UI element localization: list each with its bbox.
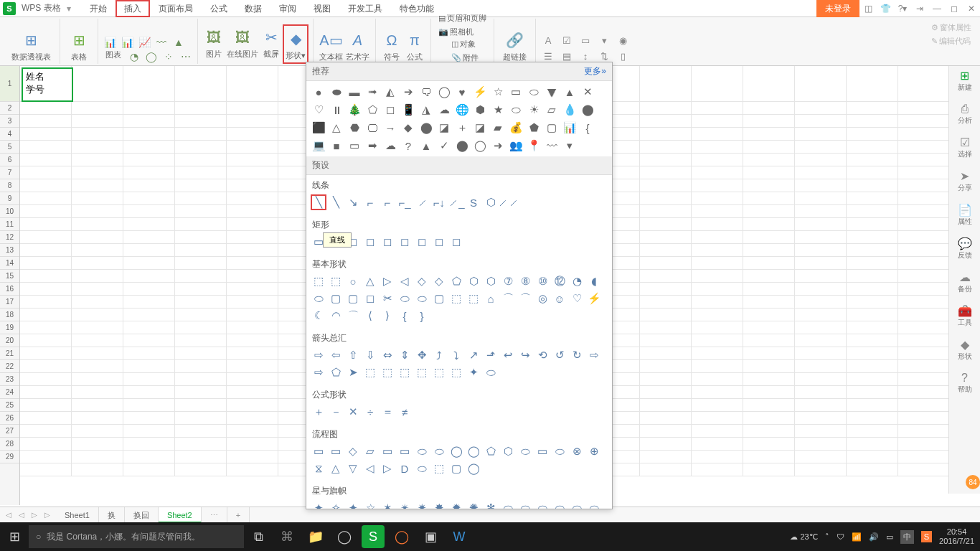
- shape-item[interactable]: ☁: [382, 138, 398, 154]
- shape-item[interactable]: ☆: [490, 84, 506, 100]
- shape-item[interactable]: ▰: [490, 120, 506, 136]
- shape-item[interactable]: ✺: [466, 500, 481, 509]
- shape-item[interactable]: ♡: [311, 102, 326, 118]
- shape-item[interactable]: ⊕: [586, 443, 602, 459]
- shape-item[interactable]: ◯: [466, 461, 481, 476]
- shape-item[interactable]: ↺: [552, 347, 567, 363]
- shape-item[interactable]: ◮: [418, 102, 434, 118]
- shape-item[interactable]: ⇨: [311, 364, 326, 380]
- shape-item[interactable]: ⬠: [483, 443, 499, 459]
- help-icon[interactable]: ?▾: [894, 0, 911, 17]
- selected-cell-a1[interactable]: 姓名 学号: [22, 67, 73, 102]
- chart-stock-icon[interactable]: 📈: [137, 35, 151, 50]
- shape-item[interactable]: ⬭: [552, 443, 567, 459]
- shape-item[interactable]: ⬚: [448, 364, 464, 380]
- mini-radio-icon[interactable]: ◉: [615, 32, 631, 48]
- shape-item[interactable]: ⬭: [517, 500, 533, 509]
- shape-item[interactable]: ⑩: [534, 273, 550, 289]
- shape-item[interactable]: ⌐: [362, 194, 378, 210]
- row-header[interactable]: 14: [0, 257, 19, 270]
- shape-item[interactable]: ◻: [448, 234, 464, 250]
- shape-item[interactable]: ⬚: [328, 273, 344, 289]
- equation-button[interactable]: π公式: [403, 27, 426, 64]
- sheet-more-button[interactable]: ⋯: [202, 507, 227, 523]
- close-icon[interactable]: ✕: [963, 0, 980, 17]
- shape-item[interactable]: ▢: [448, 461, 464, 476]
- camera-button[interactable]: 📷照相机: [435, 26, 489, 38]
- shapes-button[interactable]: ◆形状▾: [283, 24, 308, 64]
- shape-item[interactable]: ⬚: [397, 364, 413, 380]
- shape-item[interactable]: ⚡: [472, 84, 488, 100]
- task-explorer-icon[interactable]: 📁: [301, 522, 330, 551]
- shape-item[interactable]: ⧖: [311, 461, 326, 476]
- sidebar-item[interactable]: 💬反馈: [958, 237, 972, 260]
- header-footer-button[interactable]: ▤页眉和页脚: [435, 12, 489, 24]
- tab-special[interactable]: 特色功能: [391, 0, 443, 17]
- row-header[interactable]: 10: [0, 205, 19, 218]
- tray-volume-icon[interactable]: 🔊: [869, 532, 879, 542]
- shape-item[interactable]: ▢: [345, 291, 361, 306]
- shape-item[interactable]: ⇦: [328, 347, 344, 363]
- object-button[interactable]: ◫对象: [448, 38, 481, 50]
- shape-item[interactable]: ⟋: [414, 194, 430, 210]
- shape-item[interactable]: ✻: [483, 500, 499, 509]
- mini-check-icon[interactable]: ☑: [559, 32, 575, 48]
- shape-item[interactable]: ⑫: [552, 273, 567, 289]
- shape-item[interactable]: ⬚: [380, 364, 395, 380]
- shape-item[interactable]: ◻: [431, 234, 447, 250]
- row-header[interactable]: 26: [0, 412, 19, 425]
- shape-item[interactable]: ☾: [311, 308, 326, 324]
- shape-item[interactable]: ⟋⟋: [500, 194, 516, 210]
- shape-item[interactable]: ↩: [500, 347, 516, 363]
- shape-item[interactable]: ⬭: [508, 102, 524, 118]
- pin-icon[interactable]: ⇥: [911, 0, 928, 17]
- shape-item[interactable]: ⇕: [397, 347, 413, 363]
- shape-item[interactable]: 💰: [508, 120, 524, 136]
- skin-icon[interactable]: ◫: [859, 0, 877, 17]
- sheet-tab-huan[interactable]: 换: [99, 507, 125, 523]
- shape-item[interactable]: ⬭: [414, 443, 430, 459]
- shape-item[interactable]: ⬚: [466, 291, 481, 306]
- shape-item[interactable]: ⬏: [483, 347, 499, 363]
- shape-item[interactable]: ╲: [311, 194, 326, 210]
- tab-home[interactable]: 开始: [81, 0, 116, 17]
- shape-item[interactable]: ◻: [362, 234, 378, 250]
- shape-item[interactable]: ⬡: [483, 194, 499, 210]
- shape-item[interactable]: ?: [400, 138, 416, 154]
- shape-item[interactable]: ✧: [328, 500, 344, 509]
- row-header[interactable]: 9: [0, 192, 19, 205]
- shape-item[interactable]: ⬡: [500, 443, 516, 459]
- shape-item[interactable]: ≠: [397, 404, 413, 420]
- maximize-icon[interactable]: ◻: [946, 0, 963, 17]
- shape-item[interactable]: ☀: [526, 102, 542, 118]
- shape-item[interactable]: ＋: [311, 404, 326, 420]
- chart-bar2-icon[interactable]: 📊: [120, 35, 134, 50]
- shape-item[interactable]: ▲: [418, 138, 434, 154]
- shape-item[interactable]: ▭: [534, 443, 550, 459]
- shape-item[interactable]: ▢: [544, 120, 560, 136]
- shape-item[interactable]: ⬟: [526, 120, 542, 136]
- shape-item[interactable]: D: [397, 461, 413, 476]
- shape-item[interactable]: ▷: [380, 273, 395, 289]
- shape-item[interactable]: －: [328, 404, 344, 420]
- shape-item[interactable]: ✕: [345, 404, 361, 420]
- mini-box-icon[interactable]: ▭: [578, 32, 593, 48]
- shape-item[interactable]: ⬬: [329, 84, 344, 100]
- shape-item[interactable]: ✦: [345, 500, 361, 509]
- picture-button[interactable]: 🖼图片: [202, 24, 225, 64]
- shape-item[interactable]: 📱: [400, 102, 416, 118]
- chart-label[interactable]: 图表: [103, 50, 124, 64]
- row-header[interactable]: 28: [0, 438, 19, 451]
- mini-group-icon[interactable]: ▯: [615, 48, 631, 64]
- shape-item[interactable]: ⬡: [466, 273, 481, 289]
- shape-item[interactable]: ▭: [328, 443, 344, 459]
- shape-item[interactable]: ○: [345, 273, 361, 289]
- shape-item[interactable]: ◯: [472, 138, 488, 154]
- shape-item[interactable]: ♥: [454, 84, 470, 100]
- more-link[interactable]: 更多»: [584, 65, 606, 77]
- shape-item[interactable]: ➜: [490, 138, 506, 154]
- shape-item[interactable]: ◖: [586, 273, 602, 289]
- sidebar-item[interactable]: 🧰工具: [958, 304, 972, 328]
- shape-item[interactable]: ➤: [345, 364, 361, 380]
- chart-line-icon[interactable]: 〰: [154, 35, 169, 50]
